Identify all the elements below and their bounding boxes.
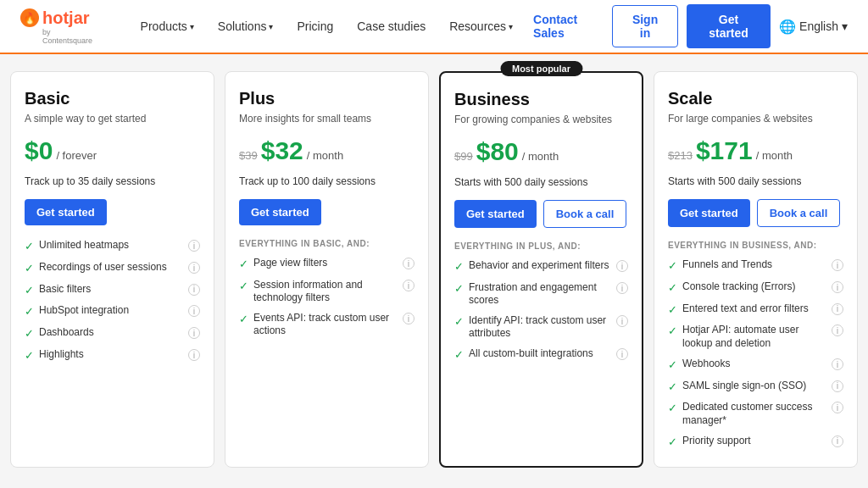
feature-item-scale-0: ✓ Funnels and Trends i (668, 258, 843, 274)
feature-text-plus-0: Page view filters (253, 257, 398, 270)
plans-grid: BasicA simple way to get started$0/ fore… (10, 71, 858, 468)
info-icon-scale-0[interactable]: i (832, 259, 843, 271)
products-arrow-icon: ▾ (190, 22, 194, 31)
nav-pricing[interactable]: Pricing (287, 13, 343, 40)
plan-name-business: Business (454, 90, 628, 109)
plan-btn-basic-0[interactable]: Get started (25, 199, 107, 225)
feature-item-basic-2: ✓ Basic filters i (25, 283, 200, 298)
info-icon-basic-4[interactable]: i (188, 327, 200, 339)
price-main-scale: $171 (696, 136, 753, 165)
check-icon-scale-6: ✓ (668, 402, 677, 416)
info-icon-plus-1[interactable]: i (403, 280, 415, 291)
check-icon-plus-2: ✓ (239, 313, 248, 327)
info-icon-scale-7[interactable]: i (832, 435, 843, 447)
info-icon-plus-2[interactable]: i (403, 313, 415, 324)
price-period-plus: / month (307, 149, 343, 162)
info-icon-business-0[interactable]: i (616, 260, 628, 272)
nav-solutions[interactable]: Solutions ▾ (208, 13, 284, 40)
info-icon-scale-3[interactable]: i (832, 324, 843, 336)
check-icon-scale-5: ✓ (668, 380, 677, 395)
check-icon-basic-2: ✓ (25, 284, 34, 298)
feature-item-basic-3: ✓ HubSpot integration i (25, 304, 200, 319)
check-icon-basic-4: ✓ (25, 327, 34, 341)
main-content: BasicA simple way to get started$0/ fore… (0, 54, 868, 485)
sign-in-button[interactable]: Sign in (612, 5, 678, 47)
navbar: 🔥 hotjar by Contentsquare Products ▾ Sol… (0, 0, 868, 54)
info-icon-scale-4[interactable]: i (832, 358, 843, 370)
feature-item-scale-7: ✓ Priority support i (668, 435, 843, 450)
plan-buttons-scale: Get startedBook a call (668, 199, 843, 227)
logo-text: hotjar (42, 8, 90, 28)
popular-badge: Most popular (500, 61, 582, 76)
info-icon-basic-5[interactable]: i (188, 349, 200, 361)
info-icon-business-3[interactable]: i (616, 348, 628, 360)
get-started-nav-button[interactable]: Get started (687, 4, 771, 48)
feature-item-plus-0: ✓ Page view filters i (239, 257, 415, 272)
feature-item-business-2: ✓ Identify API: track custom user attrib… (454, 314, 628, 341)
nav-links: Products ▾ Solutions ▾ Pricing Case stud… (131, 13, 524, 40)
feature-text-scale-3: Hotjar API: automate user lookup and del… (682, 324, 826, 350)
feature-item-scale-5: ✓ SAML single sign-on (SSO) i (668, 380, 843, 395)
nav-case-studies[interactable]: Case studies (347, 13, 436, 40)
check-icon-scale-7: ✓ (668, 435, 677, 450)
feature-text-scale-6: Dedicated customer success manager* (682, 401, 826, 427)
plan-btn-plus-0[interactable]: Get started (239, 199, 321, 225)
info-icon-basic-1[interactable]: i (188, 262, 200, 274)
feature-text-basic-5: Highlights (39, 348, 183, 362)
globe-icon: 🌐 (779, 19, 796, 35)
feature-item-business-0: ✓ Behavior and experiment filters i (454, 259, 628, 274)
plan-btn-business-1[interactable]: Book a call (543, 200, 627, 228)
plan-btn-scale-1[interactable]: Book a call (757, 199, 841, 227)
info-icon-basic-0[interactable]: i (188, 240, 200, 252)
feature-text-basic-4: Dashboards (39, 326, 183, 340)
feature-text-business-1: Frustration and engagement scores (469, 281, 611, 308)
plan-card-scale: ScaleFor large companies & websites$213$… (654, 71, 858, 468)
plan-buttons-business: Get startedBook a call (454, 200, 628, 228)
resources-arrow-icon: ▾ (509, 22, 513, 31)
check-icon-basic-3: ✓ (25, 305, 34, 319)
info-icon-scale-1[interactable]: i (832, 281, 843, 293)
check-icon-basic-0: ✓ (25, 240, 34, 254)
info-icon-business-1[interactable]: i (616, 282, 628, 294)
feature-text-business-2: Identify API: track custom user attribut… (469, 314, 611, 341)
info-icon-scale-5[interactable]: i (832, 380, 843, 392)
section-label-business: EVERYTHING IN PLUS, AND: (454, 241, 628, 251)
feature-text-scale-7: Priority support (682, 435, 826, 448)
logo-sub: by Contentsquare (42, 28, 97, 45)
contact-sales-link[interactable]: Contact Sales (530, 6, 604, 47)
nav-resources[interactable]: Resources ▾ (439, 13, 523, 40)
language-arrow-icon: ▾ (842, 19, 848, 33)
price-period-scale: / month (756, 149, 793, 162)
check-icon-business-2: ✓ (454, 315, 464, 330)
info-icon-plus-0[interactable]: i (403, 258, 415, 269)
info-icon-business-2[interactable]: i (616, 315, 628, 327)
price-row-scale: $213$171/ month (668, 136, 843, 165)
feature-item-plus-2: ✓ Events API: track custom user actions … (239, 312, 415, 338)
logo-top: 🔥 hotjar (20, 8, 97, 28)
feature-item-scale-1: ✓ Console tracking (Errors) i (668, 280, 843, 296)
price-main-business: $80 (476, 137, 519, 166)
price-period-business: / month (522, 150, 559, 163)
check-icon-business-3: ✓ (454, 348, 464, 363)
check-icon-scale-1: ✓ (668, 281, 677, 296)
sessions-business: Starts with 500 daily sessions (454, 176, 628, 188)
info-icon-basic-2[interactable]: i (188, 284, 200, 296)
nav-products[interactable]: Products ▾ (131, 13, 204, 40)
language-selector[interactable]: 🌐 English ▾ (779, 19, 848, 35)
plan-card-business: Most popularBusinessFor growing companie… (439, 71, 643, 468)
info-icon-scale-2[interactable]: i (832, 303, 843, 315)
plan-btn-business-0[interactable]: Get started (454, 200, 537, 228)
feature-text-basic-1: Recordings of user sessions (39, 261, 183, 274)
check-icon-plus-0: ✓ (239, 258, 248, 272)
feature-item-basic-1: ✓ Recordings of user sessions i (25, 261, 200, 276)
feature-text-business-3: All custom-built integrations (469, 347, 611, 361)
plan-btn-scale-0[interactable]: Get started (668, 199, 750, 227)
feature-text-basic-2: Basic filters (39, 283, 183, 297)
check-icon-business-1: ✓ (454, 282, 464, 297)
check-icon-scale-4: ✓ (668, 358, 677, 373)
feature-list-basic: ✓ Unlimited heatmaps i ✓ Recordings of u… (25, 239, 200, 363)
feature-item-basic-4: ✓ Dashboards i (25, 326, 200, 341)
feature-list-business: ✓ Behavior and experiment filters i ✓ Fr… (454, 259, 628, 363)
info-icon-basic-3[interactable]: i (188, 305, 200, 317)
info-icon-scale-6[interactable]: i (832, 402, 843, 413)
